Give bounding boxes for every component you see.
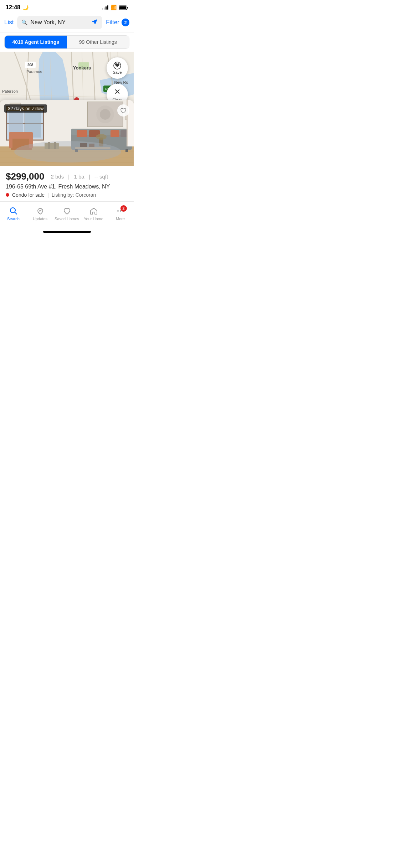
battery-icon — [119, 5, 128, 10]
nav-more[interactable]: 2 More — [107, 205, 134, 222]
property-image: 32 days on Zillow — [0, 100, 134, 166]
favorite-button[interactable] — [117, 104, 129, 117]
svg-line-143 — [15, 212, 17, 215]
listing-type: Condo for sale | Listing by: Corcoran — [6, 192, 128, 198]
bottom-navigation: Search Updates Saved Homes Your Home 2 — [0, 201, 134, 229]
listing-by: Listing by: Corcoran — [52, 192, 96, 198]
property-address: 196-65 69th Ave #1, Fresh Meadows, NY — [6, 184, 128, 190]
filter-button[interactable]: Filter 2 — [106, 19, 129, 26]
property-card[interactable]: 32 days on Zillow $299,000 2 bds | 1 ba … — [0, 100, 134, 201]
tab-other-listings[interactable]: 99 Other Listings — [67, 36, 129, 48]
search-bar[interactable]: 🔍 New York, NY — [17, 16, 102, 29]
svg-text:Paterson: Paterson — [2, 89, 18, 93]
svg-point-145 — [120, 210, 121, 212]
nav-search[interactable]: Search — [0, 205, 27, 222]
more-badge: 2 — [120, 205, 127, 212]
svg-rect-129 — [9, 132, 12, 148]
svg-rect-2 — [119, 6, 126, 9]
saved-homes-nav-icon — [63, 207, 71, 215]
nav-updates[interactable]: Updates — [27, 205, 53, 222]
search-input[interactable]: New York, NY — [30, 19, 89, 26]
heart-icon — [120, 107, 127, 114]
svg-text:Yonkers: Yonkers — [73, 65, 91, 71]
home-indicator — [43, 231, 91, 233]
save-label: Save — [113, 70, 122, 74]
map-save-button[interactable]: Save — [107, 57, 128, 79]
search-icon: 🔍 — [21, 20, 27, 25]
x-icon: ✕ — [114, 87, 120, 97]
svg-rect-1 — [127, 7, 128, 9]
nav-saved-homes[interactable]: Saved Homes — [53, 205, 80, 222]
sqft: -- sqft — [94, 174, 108, 180]
nav-saved-homes-label: Saved Homes — [55, 217, 79, 221]
svg-text:208: 208 — [27, 63, 34, 67]
svg-rect-118 — [110, 130, 119, 137]
svg-rect-116 — [77, 130, 87, 137]
nav-search-label: Search — [7, 217, 20, 221]
nav-updates-label: Updates — [33, 217, 47, 221]
listing-dot — [6, 193, 9, 197]
search-nav-icon — [9, 207, 18, 215]
wifi-icon: 📶 — [110, 5, 117, 10]
more-icon-container: 2 — [116, 207, 125, 215]
tab-agent-listings[interactable]: 4010 Agent Listings — [5, 36, 67, 48]
property-price: $299,000 — [6, 171, 44, 182]
location-icon[interactable] — [92, 19, 98, 26]
days-on-zillow-badge: 32 days on Zillow — [4, 104, 47, 113]
property-specs: 2 bds | 1 ba | -- sqft — [49, 174, 109, 180]
map-container[interactable]: 208 21 280 95 NJTP HRP GCP Paramus Yonke… — [0, 52, 134, 201]
header: List 🔍 New York, NY Filter 2 — [0, 13, 134, 32]
beds: 2 bds — [51, 174, 64, 180]
list-button[interactable]: List — [4, 19, 14, 26]
listing-type-label: Condo for sale — [12, 192, 45, 198]
property-info: $299,000 2 bds | 1 ba | -- sqft 196-65 6… — [0, 166, 134, 201]
baths: 1 ba — [74, 174, 84, 180]
save-heart-icon — [113, 62, 121, 69]
status-icons: 📶 — [102, 5, 128, 10]
nav-your-home[interactable]: Your Home — [80, 205, 107, 222]
filter-badge: 2 — [122, 19, 129, 26]
status-bar: 12:48 🌙 📶 — [0, 0, 134, 13]
filter-label: Filter — [106, 19, 119, 26]
signal-icon — [102, 5, 108, 10]
listing-tabs: 4010 Agent Listings 99 Other Listings — [4, 35, 129, 49]
updates-nav-icon — [36, 207, 45, 215]
svg-rect-121 — [125, 149, 128, 152]
nav-more-label: More — [116, 217, 125, 221]
svg-point-126 — [96, 134, 107, 140]
moon-icon: 🌙 — [22, 5, 29, 10]
your-home-nav-icon — [89, 207, 98, 215]
svg-point-141 — [14, 141, 121, 162]
svg-point-137 — [100, 109, 110, 120]
status-time: 12:48 — [6, 4, 20, 11]
svg-point-144 — [117, 210, 119, 212]
svg-text:Paramus: Paramus — [26, 69, 42, 74]
nav-your-home-label: Your Home — [84, 217, 103, 221]
